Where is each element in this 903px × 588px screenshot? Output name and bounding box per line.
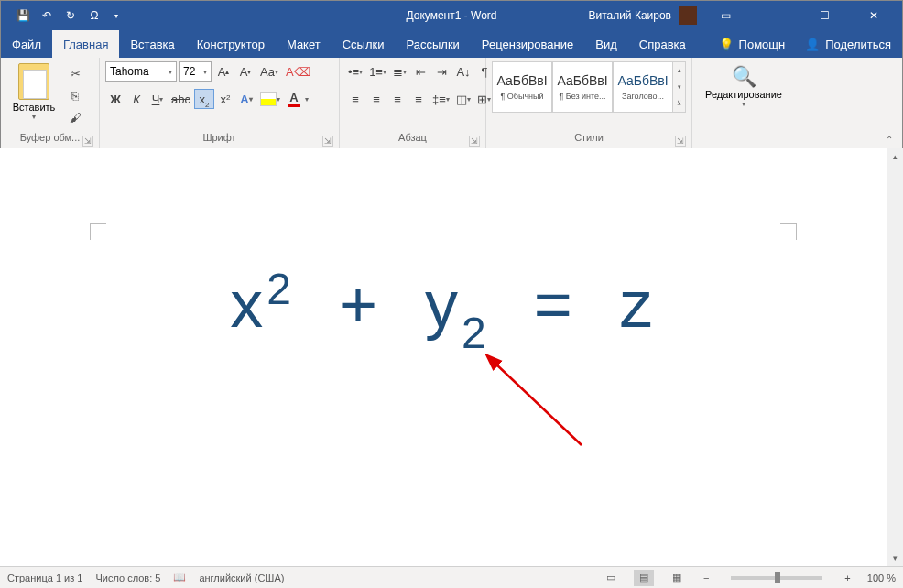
zoom-slider[interactable] — [731, 576, 822, 580]
read-mode-button[interactable]: ▭ — [601, 570, 621, 586]
equation-text[interactable]: x2 + y2 = z — [86, 264, 800, 351]
chevron-down-icon: ▾ — [742, 100, 745, 108]
language-indicator[interactable]: английский (США) — [199, 572, 284, 583]
shrink-font-button[interactable]: A▾ — [235, 61, 256, 82]
editing-label: Редактирование — [705, 89, 782, 100]
editing-button[interactable]: 🔍 Редактирование ▾ — [698, 65, 789, 108]
style-heading1[interactable]: АаБбВвІ Заголово... — [613, 61, 673, 113]
change-case-button[interactable]: Aa▾ — [257, 61, 281, 82]
user-name[interactable]: Виталий Каиров — [588, 9, 671, 22]
align-center-button[interactable]: ≡ — [366, 89, 386, 109]
undo-icon[interactable]: ↶ — [39, 8, 54, 23]
tab-mailings[interactable]: Рассылки — [395, 30, 470, 58]
underline-button[interactable]: Ч▾ — [147, 89, 168, 109]
scroll-down-button[interactable]: ▾ — [887, 550, 903, 566]
style-preview: АаБбВвІ — [557, 73, 607, 88]
decrease-indent-button[interactable]: ⇤ — [411, 61, 431, 82]
font-size-select[interactable]: 72 ▾ — [179, 61, 212, 82]
avatar[interactable] — [679, 6, 697, 25]
page[interactable]: x2 + y2 = z — [86, 180, 800, 546]
web-layout-button[interactable]: ▦ — [667, 570, 687, 586]
copy-button[interactable]: ⎘ — [65, 87, 85, 103]
justify-button[interactable]: ≡ — [408, 89, 429, 109]
maximize-button[interactable]: ☐ — [803, 1, 845, 30]
collapse-ribbon-icon[interactable]: ⌃ — [886, 135, 893, 145]
lightbulb-icon: 💡 — [719, 38, 734, 51]
tab-review[interactable]: Рецензирование — [471, 30, 584, 58]
tab-home[interactable]: Главная — [52, 30, 119, 58]
font-name-select[interactable]: Tahoma ▾ — [105, 61, 177, 82]
subscript-button[interactable]: x2 — [194, 89, 214, 109]
share-label: Поделиться — [825, 38, 891, 51]
symbol-icon[interactable]: Ω — [87, 8, 102, 23]
grow-font-button[interactable]: A▴ — [213, 61, 234, 82]
clipboard-launcher[interactable]: ⇲ — [82, 136, 93, 147]
scroll-up-button[interactable]: ▴ — [887, 148, 903, 165]
format-painter-button[interactable]: 🖌 — [65, 109, 85, 125]
tab-file[interactable]: Файл — [1, 30, 52, 58]
zoom-level[interactable]: 100 % — [867, 572, 896, 583]
highlight-button[interactable]: ▾ — [257, 89, 283, 109]
spell-check-icon[interactable]: 📖 — [173, 572, 186, 583]
tab-insert[interactable]: Вставка — [119, 30, 185, 58]
margin-mark — [90, 223, 106, 240]
chevron-down-icon: ▾ — [203, 68, 207, 76]
cut-button[interactable]: ✂ — [65, 65, 85, 82]
page-indicator[interactable]: Страница 1 из 1 — [7, 572, 82, 583]
qat-dropdown-icon[interactable]: ▾ — [114, 12, 118, 20]
styles-gallery-more[interactable]: ▴▾⊻ — [673, 61, 686, 113]
chevron-down-icon[interactable]: ▾ — [305, 95, 309, 103]
paste-button[interactable]: Вставить ▾ — [6, 61, 61, 121]
ribbon-display-icon[interactable]: ▭ — [704, 1, 746, 30]
styles-launcher[interactable]: ⇲ — [675, 136, 686, 147]
bullets-button[interactable]: •≡▾ — [345, 61, 365, 82]
paste-icon — [18, 63, 49, 100]
tell-me-label: Помощн — [739, 38, 786, 51]
clear-formatting-button[interactable]: A⌫ — [283, 61, 313, 82]
clipboard-group-label: Буфер обм... ⇲ — [6, 132, 93, 148]
save-icon[interactable]: 💾 — [16, 8, 30, 23]
styles-group-label: Стили ⇲ — [492, 132, 686, 148]
minimize-button[interactable]: — — [754, 1, 796, 30]
bold-button[interactable]: Ж — [105, 89, 125, 109]
tab-help[interactable]: Справка — [628, 30, 697, 58]
tab-view[interactable]: Вид — [584, 30, 628, 58]
font-group-label: Шрифт ⇲ — [105, 132, 333, 148]
margin-mark — [780, 223, 797, 240]
zoom-out-button[interactable]: − — [700, 572, 713, 583]
sort-button[interactable]: A↓ — [453, 61, 473, 82]
close-button[interactable]: ✕ — [853, 1, 895, 30]
tab-design[interactable]: Конструктор — [186, 30, 276, 58]
increase-indent-button[interactable]: ⇥ — [432, 61, 452, 82]
font-color-button[interactable]: A — [284, 89, 304, 109]
line-spacing-button[interactable]: ‡≡▾ — [430, 89, 452, 109]
shading-button[interactable]: ◫▾ — [453, 89, 473, 109]
tell-me[interactable]: 💡 Помощн — [710, 30, 795, 58]
style-name: Заголово... — [622, 92, 664, 101]
strikethrough-button[interactable]: abc — [169, 89, 193, 109]
paste-label: Вставить — [13, 102, 56, 113]
document-area[interactable]: x2 + y2 = z — [0, 148, 887, 566]
tab-layout[interactable]: Макет — [276, 30, 332, 58]
zoom-in-button[interactable]: + — [841, 572, 854, 583]
share-icon: 👤 — [805, 38, 820, 51]
tab-references[interactable]: Ссылки — [332, 30, 396, 58]
font-launcher[interactable]: ⇲ — [322, 136, 333, 147]
paragraph-launcher[interactable]: ⇲ — [469, 136, 480, 147]
text-effects-button[interactable]: A▾ — [236, 89, 256, 109]
word-count[interactable]: Число слов: 5 — [95, 572, 160, 583]
multilevel-button[interactable]: ≣▾ — [390, 61, 410, 82]
style-normal[interactable]: АаБбВвІ ¶ Обычный — [492, 61, 552, 113]
vertical-scrollbar[interactable]: ▴ ▾ — [887, 148, 903, 566]
redo-icon[interactable]: ↻ — [63, 8, 78, 23]
italic-button[interactable]: К — [126, 89, 147, 109]
style-preview: АаБбВвІ — [496, 73, 547, 88]
align-right-button[interactable]: ≡ — [387, 89, 408, 109]
print-layout-button[interactable]: ▤ — [634, 570, 654, 586]
share-button[interactable]: 👤 Поделиться — [794, 30, 902, 58]
superscript-button[interactable]: x2 — [215, 89, 235, 109]
align-left-button[interactable]: ≡ — [345, 89, 365, 109]
numbering-button[interactable]: 1≡▾ — [366, 61, 389, 82]
document-title: Документ1 - Word — [406, 9, 496, 22]
style-nospacing[interactable]: АаБбВвІ ¶ Без инте... — [552, 61, 613, 113]
